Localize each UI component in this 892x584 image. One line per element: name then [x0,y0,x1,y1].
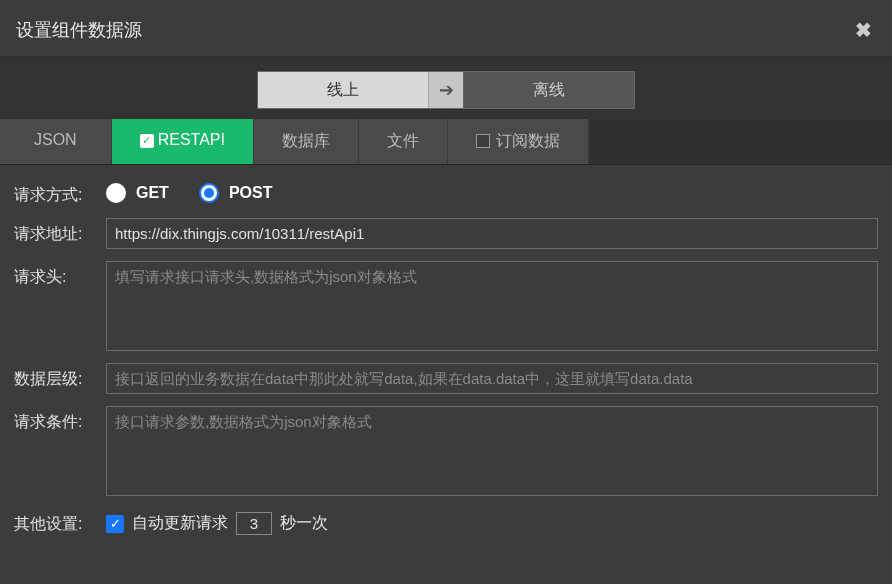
mode-online-button[interactable]: 线上 [258,72,428,108]
method-radio-group: GET POST [106,179,272,203]
interval-suffix: 秒一次 [280,513,328,534]
mode-toggle-row: 线上 ➔ 离线 [0,57,892,119]
conditions-row: 请求条件: [14,406,878,496]
restapi-form: 请求方式: GET POST 请求地址: 请求头: 数据层级: [0,165,892,561]
mode-offline-button[interactable]: 离线 [464,72,634,108]
method-row: 请求方式: GET POST [14,179,878,206]
tab-subscribe[interactable]: 订阅数据 [448,119,589,164]
tab-restapi-label: RESTAPI [158,131,225,148]
radio-get[interactable]: GET [106,183,169,203]
radio-post-icon [199,183,219,203]
mode-toggle: 线上 ➔ 离线 [257,71,635,109]
interval-input[interactable] [236,512,272,535]
tab-database[interactable]: 数据库 [254,119,359,164]
radio-get-label: GET [136,184,169,202]
headers-row: 请求头: [14,261,878,351]
url-input[interactable] [106,218,878,249]
tab-subscribe-label: 订阅数据 [496,132,560,149]
other-settings-group: ✓ 自动更新请求 秒一次 [106,508,328,535]
auto-update-label: 自动更新请求 [132,513,228,534]
tab-restapi[interactable]: ✓RESTAPI [112,119,254,164]
modal-header: 设置组件数据源 ✖ [0,0,892,57]
headers-textarea[interactable] [106,261,878,351]
datasource-modal: 设置组件数据源 ✖ 线上 ➔ 离线 JSON ✓RESTAPI 数据库 文件 订… [0,0,892,584]
data-level-label: 数据层级: [14,363,106,390]
close-icon[interactable]: ✖ [855,18,872,42]
tab-json[interactable]: JSON [0,119,112,164]
other-settings-row: 其他设置: ✓ 自动更新请求 秒一次 [14,508,878,535]
method-label: 请求方式: [14,179,106,206]
datasource-tabs: JSON ✓RESTAPI 数据库 文件 订阅数据 [0,119,892,165]
url-row: 请求地址: [14,218,878,249]
conditions-label: 请求条件: [14,406,106,433]
tab-json-label: JSON [34,131,77,148]
conditions-textarea[interactable] [106,406,878,496]
modal-title: 设置组件数据源 [16,18,142,42]
check-icon: ✓ [140,134,154,148]
radio-post[interactable]: POST [199,183,273,203]
tab-file[interactable]: 文件 [359,119,448,164]
tab-database-label: 数据库 [282,132,330,149]
url-label: 请求地址: [14,218,106,245]
mode-offline-label: 离线 [533,80,565,101]
subscribe-checkbox-icon [476,134,490,148]
radio-get-icon [106,183,126,203]
other-settings-label: 其他设置: [14,508,106,535]
arrow-right-icon[interactable]: ➔ [428,72,464,108]
headers-label: 请求头: [14,261,106,288]
auto-update-checkbox[interactable]: ✓ [106,515,124,533]
tab-file-label: 文件 [387,132,419,149]
data-level-row: 数据层级: [14,363,878,394]
mode-online-label: 线上 [327,80,359,101]
radio-post-label: POST [229,184,273,202]
data-level-input[interactable] [106,363,878,394]
